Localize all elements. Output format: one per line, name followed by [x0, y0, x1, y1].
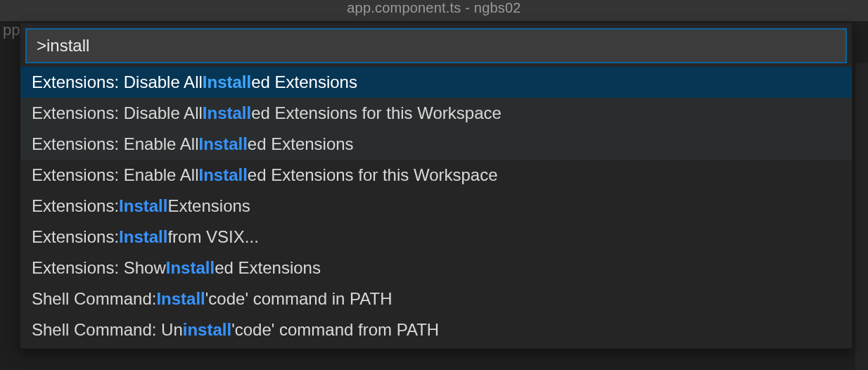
command-result-item[interactable]: Shell Command: Uninstall 'code' command …	[20, 314, 852, 345]
command-result-item[interactable]: Shell Command: Install 'code' command in…	[20, 283, 852, 314]
command-results: Extensions: Disable All Installed Extens…	[20, 67, 852, 348]
command-palette: Extensions: Disable All Installed Extens…	[20, 23, 853, 349]
command-result-item[interactable]: Extensions: Enable All Installed Extensi…	[20, 129, 852, 160]
command-result-item[interactable]: Extensions: Install Extensions	[20, 191, 852, 222]
match-highlight: install	[183, 320, 231, 340]
match-highlight: Install	[166, 258, 215, 278]
background-fragment: pp	[3, 21, 20, 39]
match-highlight: Install	[203, 72, 251, 92]
command-result-item[interactable]: Extensions: Install from VSIX...	[20, 222, 852, 253]
minimap-strip	[855, 63, 868, 370]
command-input-wrap	[20, 23, 852, 67]
match-highlight: Install	[119, 227, 167, 247]
match-highlight: Install	[119, 196, 167, 216]
match-highlight: Install	[156, 289, 205, 309]
command-result-item[interactable]: Extensions: Disable All Installed Extens…	[20, 67, 852, 98]
command-result-item[interactable]: Extensions: Enable All Installed Extensi…	[20, 160, 852, 191]
command-result-item[interactable]: Extensions: Disable All Installed Extens…	[20, 98, 852, 129]
window-title-text: app.component.ts - ngbs02	[347, 0, 521, 16]
match-highlight: Install	[198, 134, 247, 154]
match-highlight: Install	[198, 165, 247, 185]
command-result-item[interactable]: Extensions: Show Installed Extensions	[20, 253, 852, 283]
match-highlight: Install	[203, 103, 251, 123]
window-title: app.component.ts - ngbs02	[0, 0, 868, 21]
command-input[interactable]	[26, 29, 846, 63]
